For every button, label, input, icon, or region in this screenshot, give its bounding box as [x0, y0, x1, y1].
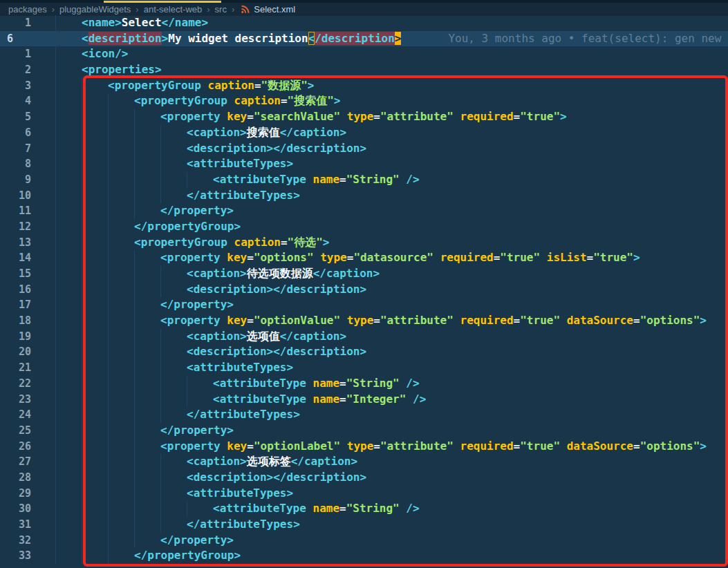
- code-line-text: </attributeTypes>: [53, 407, 300, 423]
- line-number[interactable]: 33: [0, 548, 53, 564]
- code-line[interactable]: 24</attributeTypes>: [0, 407, 728, 423]
- code-line[interactable]: 23<attributeType name="Integer" />: [0, 392, 728, 408]
- chevron-right-icon: ›: [136, 4, 138, 15]
- code-line[interactable]: 3<propertyGroup caption="数据源">: [0, 78, 728, 94]
- code-area[interactable]: 1<name>Select</name>6<description>My wid…: [0, 15, 728, 564]
- git-blame-annotation: You, 3 months ago • feat(select): gen ne…: [448, 32, 721, 45]
- line-number[interactable]: 32: [0, 533, 53, 549]
- line-number[interactable]: 20: [0, 344, 53, 360]
- line-number[interactable]: 5: [0, 109, 53, 125]
- code-line-text: <property key="options" type="datasource…: [53, 250, 640, 266]
- code-line[interactable]: 8<attributeTypes>: [0, 156, 728, 172]
- code-line[interactable]: 19<caption>选项值</caption>: [0, 329, 728, 345]
- code-line[interactable]: 7<description></description>: [0, 141, 728, 157]
- token-tag: >: [633, 251, 640, 264]
- code-line[interactable]: 32</property>: [0, 533, 728, 549]
- code-line[interactable]: 16<description></description>: [0, 282, 728, 298]
- code-line[interactable]: 31</attributeTypes>: [0, 517, 728, 533]
- token-text: 选项值: [247, 330, 280, 343]
- token-tag: />: [400, 377, 420, 390]
- code-line[interactable]: 5<property key="searchValue" type="attri…: [0, 109, 728, 125]
- token-tag: <attributeType: [213, 173, 313, 186]
- code-line-text: <caption>选项值</caption>: [53, 329, 346, 345]
- code-line[interactable]: 30<attributeType name="String" />: [0, 501, 728, 517]
- line-number[interactable]: 11: [0, 203, 53, 219]
- line-number[interactable]: 16: [0, 282, 53, 298]
- line-number[interactable]: 25: [0, 423, 53, 439]
- line-number[interactable]: 17: [0, 297, 53, 313]
- code-line[interactable]: 2<properties>: [0, 62, 728, 78]
- line-number[interactable]: 27: [0, 454, 53, 470]
- line-number[interactable]: 30: [0, 501, 53, 517]
- line-number[interactable]: 3: [0, 78, 53, 94]
- line-number[interactable]: 2: [0, 62, 53, 78]
- line-number[interactable]: 8: [0, 156, 53, 172]
- code-line[interactable]: 9<attributeType name="String" />: [0, 172, 728, 188]
- code-line[interactable]: 6<description>My widget description</des…: [0, 31, 728, 47]
- code-line[interactable]: 4<propertyGroup caption="搜索值">: [0, 93, 728, 109]
- token-str: "String": [346, 377, 400, 390]
- line-number[interactable]: 9: [0, 172, 53, 188]
- code-line-text: <propertyGroup caption="搜索值">: [53, 93, 340, 109]
- token-tag: >: [308, 79, 315, 92]
- breadcrumb: packages›pluggableWidgets›ant-select-web…: [0, 3, 728, 16]
- token-pl: [340, 314, 347, 327]
- line-number[interactable]: 6: [0, 31, 53, 47]
- line-number[interactable]: 15: [0, 266, 53, 282]
- code-line[interactable]: 29<attributeTypes>: [0, 486, 728, 502]
- line-number[interactable]: 31: [0, 517, 53, 533]
- line-number[interactable]: 4: [0, 93, 53, 109]
- code-line[interactable]: 18<property key="optionValue" type="attr…: [0, 313, 728, 329]
- code-line-text: <property key="optionValue" type="attrib…: [53, 313, 707, 329]
- code-line[interactable]: 6<caption>搜索值</caption>: [0, 125, 728, 141]
- code-line-text: <description></description>: [53, 282, 366, 298]
- code-line[interactable]: 10</attributeTypes>: [0, 188, 728, 204]
- line-number[interactable]: 12: [0, 219, 53, 235]
- line-number[interactable]: 26: [0, 439, 53, 455]
- breadcrumb-file-label[interactable]: Select.xml: [254, 4, 295, 15]
- code-line[interactable]: 28<description></description>: [0, 470, 728, 486]
- token-tag: <: [82, 32, 88, 45]
- line-number[interactable]: 1: [0, 15, 53, 31]
- code-line[interactable]: 11</property>: [0, 203, 728, 219]
- line-number[interactable]: 23: [0, 392, 53, 408]
- token-tag: >: [700, 439, 707, 453]
- breadcrumb-item-packages[interactable]: packages: [8, 4, 47, 15]
- code-line[interactable]: 17</property>: [0, 297, 728, 313]
- token-pl: [340, 439, 347, 453]
- token-str: "options": [254, 251, 314, 264]
- breadcrumb-item-pluggableWidgets[interactable]: pluggableWidgets: [59, 4, 131, 15]
- line-number[interactable]: 29: [0, 486, 53, 502]
- line-number[interactable]: 22: [0, 376, 53, 392]
- token-attr: required: [460, 110, 514, 123]
- code-line[interactable]: 13<propertyGroup caption="待选">: [0, 235, 728, 251]
- line-number[interactable]: 14: [0, 250, 53, 266]
- line-number[interactable]: 28: [0, 470, 53, 486]
- code-line[interactable]: 1<icon/>: [0, 46, 728, 62]
- line-number[interactable]: 10: [0, 188, 53, 204]
- line-number[interactable]: 18: [0, 313, 53, 329]
- line-number[interactable]: 6: [0, 125, 53, 141]
- code-line[interactable]: 27<caption>选项标签</caption>: [0, 454, 728, 470]
- line-number[interactable]: 19: [0, 329, 53, 345]
- code-line[interactable]: 14<property key="options" type="datasour…: [0, 250, 728, 266]
- code-line[interactable]: 20<description></description>: [0, 344, 728, 360]
- line-number[interactable]: 1: [0, 46, 53, 62]
- breadcrumb-item-ant-select-web[interactable]: ant-select-web: [144, 4, 203, 15]
- token-tag: <: [308, 32, 315, 45]
- line-number[interactable]: 13: [0, 235, 53, 251]
- token-attr: caption: [208, 79, 254, 92]
- code-line[interactable]: 15<caption>待选项数据源</caption>: [0, 266, 728, 282]
- code-line[interactable]: 21<attributeTypes>: [0, 360, 728, 376]
- code-line[interactable]: 12</propertyGroup>: [0, 219, 728, 235]
- code-line[interactable]: 33</propertyGroup>: [0, 548, 728, 564]
- line-number[interactable]: 24: [0, 407, 53, 423]
- line-number[interactable]: 21: [0, 360, 53, 376]
- code-line[interactable]: 26<property key="optionLabel" type="attr…: [0, 439, 728, 455]
- code-line[interactable]: 22<attributeType name="String" />: [0, 376, 728, 392]
- code-line[interactable]: 1<name>Select</name>: [0, 15, 728, 31]
- line-number[interactable]: 7: [0, 141, 53, 157]
- code-line-text: <attributeTypes>: [53, 360, 293, 376]
- breadcrumb-item-src[interactable]: src: [215, 4, 227, 15]
- code-line[interactable]: 25</property>: [0, 423, 728, 439]
